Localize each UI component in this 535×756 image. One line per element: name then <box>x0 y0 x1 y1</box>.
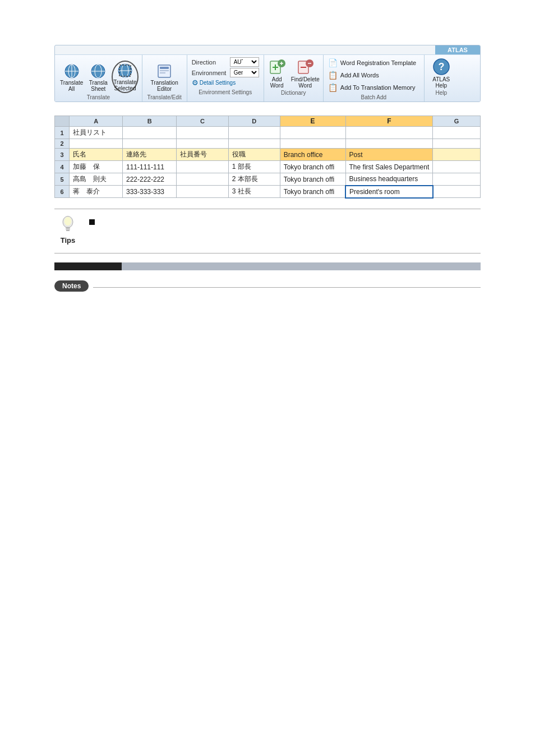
cell-4e[interactable]: Tokyo branch offi <box>280 161 345 173</box>
cell-6e[interactable]: Tokyo branch offi <box>280 186 345 198</box>
word-registration-template-button[interactable]: 📄 Word Registration Template <box>327 57 421 68</box>
cell-3c[interactable]: 社員番号 <box>177 149 228 161</box>
atlas-help-label: ATLASHelp <box>432 76 450 89</box>
tips-text <box>89 215 481 227</box>
cell-4b[interactable]: 111-111-111 <box>122 161 176 173</box>
batch-group-label: Batch Add <box>327 94 421 100</box>
cell-5e[interactable]: Tokyo branch offi <box>280 173 345 186</box>
ribbon-group-environment: Direction AUTO JE EJ Environment General… <box>187 55 264 102</box>
cell-2a[interactable] <box>70 139 123 149</box>
col-header-a: A <box>70 116 123 127</box>
svg-rect-29 <box>66 227 70 228</box>
cell-4a[interactable]: 加藤 保 <box>70 161 123 173</box>
cell-2d[interactable] <box>228 139 280 149</box>
tips-label: Tips <box>61 236 76 245</box>
find-delete-word-button[interactable]: Find/DeleteWord <box>291 57 320 89</box>
cell-1e[interactable] <box>280 127 345 139</box>
cell-5b[interactable]: 222-222-222 <box>122 173 176 186</box>
translate-edit-buttons-row: TranslationEditor <box>149 57 180 93</box>
atlas-help-button[interactable]: ? ATLASHelp <box>432 57 451 89</box>
cell-1g[interactable] <box>433 127 481 139</box>
cell-3f[interactable]: Post <box>345 149 433 161</box>
cell-6c[interactable] <box>177 186 228 198</box>
cell-3e[interactable]: Branch office <box>280 149 345 161</box>
cell-6b[interactable]: 333-333-333 <box>122 186 176 198</box>
translate-sheet-button[interactable]: TranslaSheet <box>87 62 109 93</box>
table-row: 2 <box>55 139 481 149</box>
cell-3a[interactable]: 氏名 <box>70 149 123 161</box>
table-row: 5 高島 則夫 222-222-222 2 本部長 Tokyo branch o… <box>55 173 481 186</box>
cell-1a[interactable]: 社員リスト <box>70 127 123 139</box>
cell-2b[interactable] <box>122 139 176 149</box>
cell-3d[interactable]: 役職 <box>228 149 280 161</box>
translate-selected-button[interactable]: TranslateSelected <box>112 61 138 93</box>
cell-1b[interactable] <box>122 127 176 139</box>
cell-6d[interactable]: 3 社長 <box>228 186 280 198</box>
find-delete-word-icon <box>296 57 315 76</box>
add-to-translation-memory-button[interactable]: 📋 Add To Translation Memory <box>327 82 421 93</box>
translate-sheet-icon <box>90 63 107 80</box>
spreadsheet-table: A B C D E F G 1 社員リスト <box>54 116 481 199</box>
ribbon-title-text: ATLAS <box>448 47 468 53</box>
add-all-words-label: Add All Words <box>340 72 379 79</box>
svg-rect-30 <box>66 228 70 229</box>
cell-1d[interactable] <box>228 127 280 139</box>
cell-6a[interactable]: 蒋 泰介 <box>70 186 123 198</box>
row-num-6: 6 <box>55 186 70 198</box>
translation-editor-button[interactable]: TranslationEditor <box>149 62 180 93</box>
notes-line <box>93 287 481 288</box>
word-registration-template-icon: 📄 <box>328 58 338 68</box>
cell-5g[interactable] <box>433 173 481 186</box>
cell-2e[interactable] <box>280 139 345 149</box>
cell-5a[interactable]: 高島 則夫 <box>70 173 123 186</box>
section-header-light <box>122 262 481 270</box>
translate-buttons-row: TranslateAll TranslaSheet <box>58 57 139 93</box>
tips-icon-area: Tips <box>54 215 81 246</box>
cell-5d[interactable]: 2 本部長 <box>228 173 280 186</box>
add-to-translation-memory-icon: 📋 <box>328 82 338 93</box>
detail-settings-label: Detail Settings <box>200 80 236 86</box>
direction-select[interactable]: AUTO JE EJ <box>230 57 259 67</box>
cell-3b[interactable]: 連絡先 <box>122 149 176 161</box>
separator-1 <box>54 209 481 209</box>
translate-selected-label: TranslateSelected <box>113 79 136 91</box>
cell-2f[interactable] <box>345 139 433 149</box>
ribbon-title: ATLAS <box>435 45 480 54</box>
environment-select[interactable]: General Business Technical <box>230 68 259 77</box>
cell-2g[interactable] <box>433 139 481 149</box>
cell-4d[interactable]: 1 部長 <box>228 161 280 173</box>
cell-5f[interactable]: Business headquarters <box>345 173 433 186</box>
cell-6f[interactable]: President's room <box>345 186 433 198</box>
cell-1c[interactable] <box>177 127 228 139</box>
cell-1f[interactable] <box>345 127 433 139</box>
notes-badge: Notes <box>54 280 89 292</box>
spreadsheet-wrapper: A B C D E F G 1 社員リスト <box>54 116 481 199</box>
svg-point-28 <box>64 216 72 225</box>
table-row: 4 加藤 保 111-111-111 1 部長 Tokyo branch off… <box>55 161 481 173</box>
add-all-words-button[interactable]: 📋 Add All Words <box>327 70 421 81</box>
row-num-1: 1 <box>55 127 70 139</box>
translate-sheet-label: TranslaSheet <box>89 80 108 92</box>
cell-3g[interactable] <box>433 149 481 161</box>
svg-rect-12 <box>160 67 169 69</box>
cell-4g[interactable] <box>433 161 481 173</box>
section-header-bar <box>54 262 481 270</box>
cell-5c[interactable] <box>177 173 228 186</box>
col-header-e: E <box>280 116 345 127</box>
tips-bullet <box>89 219 95 225</box>
direction-label: Direction <box>192 59 230 66</box>
translate-all-button[interactable]: TranslateAll <box>58 62 85 93</box>
add-word-button[interactable]: AddWord <box>268 57 287 89</box>
svg-rect-14 <box>160 72 165 73</box>
lightbulb-icon <box>58 215 78 235</box>
cell-4c[interactable] <box>177 161 228 173</box>
col-header-f: F <box>345 116 433 127</box>
cell-4f[interactable]: The first Sales Department <box>345 161 433 173</box>
translate-edit-group-label: Translate/Edit <box>147 94 181 100</box>
detail-settings-link[interactable]: ⚙ Detail Settings <box>192 79 259 87</box>
translation-editor-label: TranslationEditor <box>151 80 178 92</box>
cell-2c[interactable] <box>177 139 228 149</box>
detail-settings-icon: ⚙ <box>192 79 199 87</box>
cell-6g[interactable] <box>433 186 481 198</box>
svg-rect-13 <box>160 70 169 71</box>
